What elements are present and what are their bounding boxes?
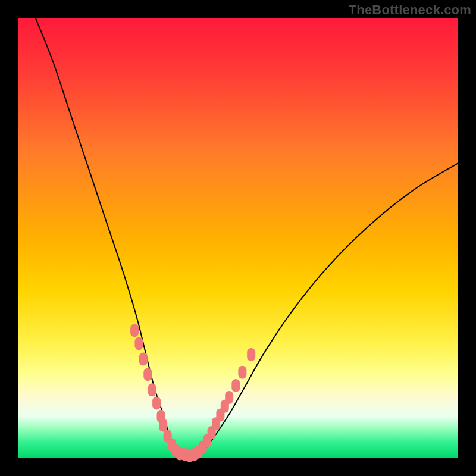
curve-marker [225,391,233,404]
marker-cluster-left [130,324,189,461]
curve-marker [152,397,161,410]
curve-marker [148,383,156,396]
curve-marker [159,419,167,432]
curve-marker [135,337,143,350]
curve-marker [231,379,240,392]
watermark-text: TheBottleneck.com [349,2,471,18]
curve-marker [130,324,139,337]
chart-frame: TheBottleneck.com [0,0,476,476]
curve-marker [139,353,148,366]
curve-layer [18,18,458,458]
curve-marker [143,368,152,381]
curve-marker [238,366,246,379]
bottleneck-curve [36,18,458,456]
marker-cluster-right [186,348,256,462]
plot-area [18,18,458,458]
curve-marker [247,348,255,361]
